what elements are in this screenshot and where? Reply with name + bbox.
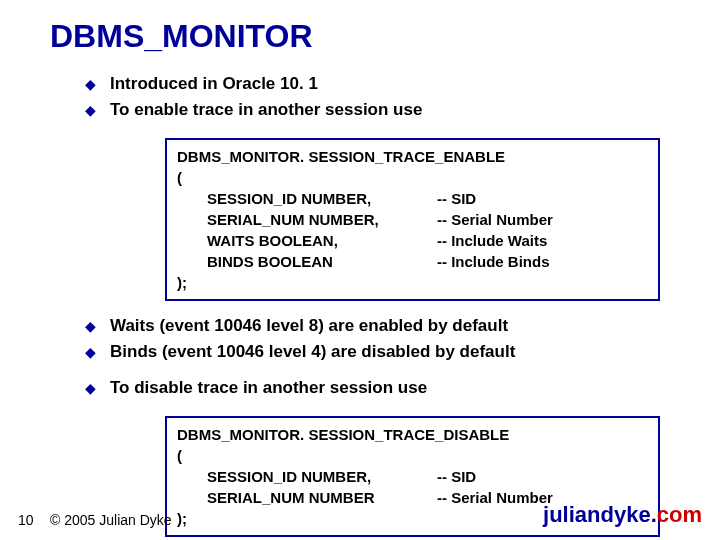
code-comment: -- SID — [437, 188, 476, 209]
diamond-bullet-icon: ◆ — [85, 380, 96, 396]
bullet-text: Introduced in Oracle 10. 1 — [110, 73, 318, 96]
code-param: SESSION_ID NUMBER, — [207, 188, 437, 209]
spacer — [50, 367, 690, 377]
code-param: WAITS BOOLEAN, — [207, 230, 437, 251]
code-line: DBMS_MONITOR. SESSION_TRACE_DISABLE — [177, 424, 648, 445]
code-row: SESSION_ID NUMBER, -- SID — [177, 188, 648, 209]
code-row: BINDS BOOLEAN -- Include Binds — [177, 251, 648, 272]
code-line: ( — [177, 445, 648, 466]
bullet-item: ◆ To enable trace in another session use — [50, 99, 690, 122]
site-url: juliandyke.com — [543, 502, 702, 528]
diamond-bullet-icon: ◆ — [85, 318, 96, 334]
bullet-text: Waits (event 10046 level 8) are enabled … — [110, 315, 508, 338]
slide-title: DBMS_MONITOR — [50, 18, 690, 55]
code-param: BINDS BOOLEAN — [207, 251, 437, 272]
code-row: SERIAL_NUM NUMBER, -- Serial Number — [177, 209, 648, 230]
diamond-bullet-icon: ◆ — [85, 344, 96, 360]
diamond-bullet-icon: ◆ — [85, 102, 96, 118]
bullet-text: To disable trace in another session use — [110, 377, 427, 400]
diamond-bullet-icon: ◆ — [85, 76, 96, 92]
code-comment: -- Include Binds — [437, 251, 550, 272]
site-tld: com — [657, 502, 702, 527]
code-line: ); — [177, 272, 648, 293]
bullet-item: ◆ Introduced in Oracle 10. 1 — [50, 73, 690, 96]
code-comment: -- Serial Number — [437, 209, 553, 230]
code-comment: -- SID — [437, 466, 476, 487]
code-row: SESSION_ID NUMBER, -- SID — [177, 466, 648, 487]
bullet-text: To enable trace in another session use — [110, 99, 422, 122]
footer: 10 © 2005 Julian Dyke juliandyke.com — [0, 502, 720, 528]
code-param: SESSION_ID NUMBER, — [207, 466, 437, 487]
code-row: WAITS BOOLEAN, -- Include Waits — [177, 230, 648, 251]
code-param: SERIAL_NUM NUMBER, — [207, 209, 437, 230]
code-line: ( — [177, 167, 648, 188]
copyright-text: © 2005 Julian Dyke — [50, 512, 543, 528]
bullet-item: ◆ Binds (event 10046 level 4) are disabl… — [50, 341, 690, 364]
site-main: juliandyke. — [543, 502, 657, 527]
code-line: DBMS_MONITOR. SESSION_TRACE_ENABLE — [177, 146, 648, 167]
bullet-text: Binds (event 10046 level 4) are disabled… — [110, 341, 515, 364]
bullet-item: ◆ To disable trace in another session us… — [50, 377, 690, 400]
page-number: 10 — [18, 512, 50, 528]
code-box-enable: DBMS_MONITOR. SESSION_TRACE_ENABLE ( SES… — [165, 138, 660, 301]
code-comment: -- Include Waits — [437, 230, 547, 251]
bullet-item: ◆ Waits (event 10046 level 8) are enable… — [50, 315, 690, 338]
slide: DBMS_MONITOR ◆ Introduced in Oracle 10. … — [0, 0, 720, 540]
